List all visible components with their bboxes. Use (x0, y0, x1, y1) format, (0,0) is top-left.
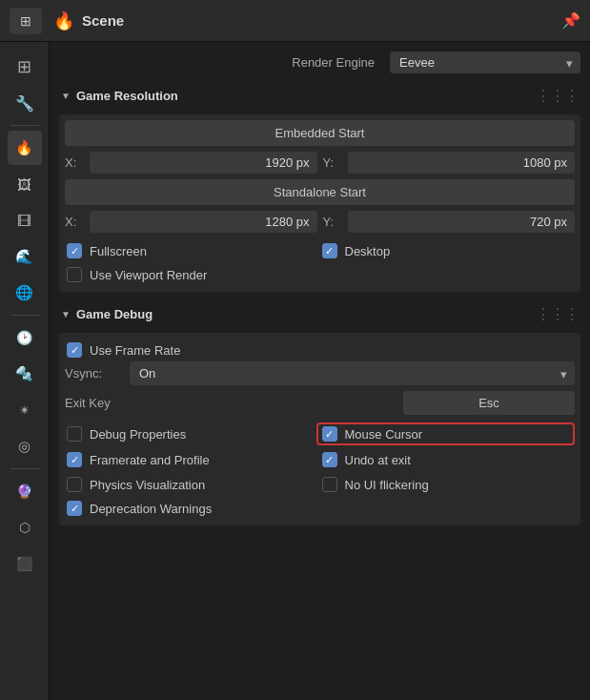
scene-icon: 🔥 (53, 10, 74, 31)
pin-icon[interactable]: 📌 (561, 11, 580, 30)
game-debug-title: Game Debug (76, 307, 530, 321)
game-resolution-content: Embedded Start X: Y: Standalone Start X:… (59, 114, 580, 292)
header-bar: ⊞ 🔥 Scene 📌 (0, 0, 590, 42)
embedded-res-row: X: Y: (65, 152, 575, 174)
physics-visualization-col: Physics Visualization (65, 474, 320, 495)
desktop-col: Desktop (320, 240, 576, 261)
mouse-cursor-checkbox[interactable] (322, 426, 337, 442)
embedded-y-label: Y: (323, 155, 342, 170)
header-title: Scene (82, 12, 554, 29)
sidebar-item-output[interactable]: 🎞 (8, 203, 42, 237)
physics-visualization-label: Physics Visualization (90, 478, 205, 492)
section-debug-options-icon[interactable]: ⋮⋮⋮ (536, 305, 579, 323)
deprecation-warnings-checkbox[interactable] (67, 501, 82, 516)
embedded-y-input[interactable] (348, 152, 576, 174)
deprecation-warnings-label: Deprecation Warnings (90, 502, 212, 516)
main-layout: ⊞ 🔧 🔥 🖼 🎞 🌊 🌐 🕑 🔩 ✴ ◎ 🔮 ⬡ ⬛ Render Engin… (0, 42, 590, 700)
embedded-start-button[interactable]: Embedded Start (65, 120, 575, 146)
sidebar-item-render[interactable]: 🖼 (8, 167, 42, 201)
standalone-x-input[interactable] (90, 211, 317, 233)
sidebar-item-scene[interactable]: 🔥 (8, 131, 42, 165)
sidebar-item-constraint[interactable]: 🔮 (8, 474, 42, 508)
no-ui-flickering-checkbox[interactable] (322, 477, 337, 492)
fullscreen-col: Fullscreen (65, 240, 320, 261)
undo-at-exit-checkbox[interactable] (322, 452, 337, 467)
vsync-label: Vsync: (65, 366, 122, 381)
render-engine-select[interactable]: Eevee Cycles Workbench (390, 51, 580, 73)
deprecation-warnings-row: Deprecation Warnings (65, 497, 575, 520)
vsync-row: Vsync: On Off Adaptive (65, 361, 575, 385)
debug-properties-label: Debug Properties (90, 427, 186, 442)
standalone-start-button[interactable]: Standalone Start (65, 179, 575, 205)
sidebar-item-editor-type[interactable]: ⊞ (8, 50, 42, 84)
section-options-icon[interactable]: ⋮⋮⋮ (536, 87, 579, 105)
game-resolution-title: Game Resolution (76, 89, 530, 103)
viewport-render-label: Use Viewport Render (90, 268, 207, 282)
sidebar-divider (10, 125, 39, 126)
use-frame-rate-checkbox[interactable] (67, 342, 82, 358)
standalone-y-label: Y: (323, 215, 342, 229)
sidebar-divider-2 (10, 315, 39, 316)
embedded-x-label: X: (65, 155, 84, 170)
viewport-render-checkbox[interactable] (67, 267, 82, 282)
no-ui-flickering-col: No UI flickering (320, 474, 576, 495)
use-frame-rate-label: Use Frame Rate (90, 343, 180, 358)
exit-key-button[interactable]: Esc (403, 391, 575, 415)
collapse-triangle-debug-icon: ▼ (61, 309, 71, 319)
standalone-res-row: X: Y: (65, 211, 575, 233)
render-engine-select-wrapper: Eevee Cycles Workbench (390, 51, 580, 73)
main-content: Render Engine Eevee Cycles Workbench ▼ G… (50, 42, 590, 700)
collapse-triangle-icon: ▼ (61, 91, 71, 101)
framerate-undo-row: Framerate and Profile Undo at exit (65, 447, 575, 472)
mouse-cursor-col: Mouse Cursor (316, 422, 576, 445)
mouse-cursor-label: Mouse Cursor (345, 427, 423, 442)
sidebar-item-material[interactable]: ⬡ (8, 510, 42, 545)
sidebar-item-modifier[interactable]: 🔩 (8, 357, 42, 391)
debug-mouse-row: Debug Properties Mouse Cursor (65, 421, 575, 447)
desktop-checkbox[interactable] (322, 243, 337, 258)
game-debug-header[interactable]: ▼ Game Debug ⋮⋮⋮ (59, 301, 580, 327)
vsync-select[interactable]: On Off Adaptive (130, 361, 575, 385)
sidebar-item-physics[interactable]: ◎ (8, 429, 42, 463)
sidebar-divider-3 (10, 468, 39, 469)
sidebar-item-view-layer[interactable]: 🌊 (8, 239, 42, 274)
sidebar-item-extra[interactable]: ⬛ (8, 546, 42, 581)
sidebar: ⊞ 🔧 🔥 🖼 🎞 🌊 🌐 🕑 🔩 ✴ ◎ 🔮 ⬡ ⬛ (0, 42, 50, 700)
use-frame-rate-row: Use Frame Rate (65, 339, 575, 361)
embedded-x-input[interactable] (90, 152, 317, 174)
sidebar-item-tools[interactable]: 🔧 (8, 86, 42, 120)
fullscreen-label: Fullscreen (90, 244, 147, 258)
render-engine-label: Render Engine (59, 55, 382, 70)
render-engine-row: Render Engine Eevee Cycles Workbench (59, 51, 580, 73)
debug-properties-col: Debug Properties (65, 423, 316, 444)
framerate-profile-label: Framerate and Profile (90, 453, 210, 467)
sidebar-item-object[interactable]: 🕑 (8, 320, 42, 355)
framerate-profile-col: Framerate and Profile (65, 449, 320, 470)
fullscreen-desktop-row: Fullscreen Desktop (65, 238, 575, 263)
physics-noui-row: Physics Visualization No UI flickering (65, 472, 575, 497)
exit-key-label: Exit Key (65, 396, 396, 410)
undo-at-exit-col: Undo at exit (320, 449, 576, 470)
editor-type-icon: ⊞ (20, 13, 31, 29)
vsync-select-wrapper: On Off Adaptive (130, 361, 575, 385)
viewport-render-row: Use Viewport Render (65, 263, 575, 286)
standalone-y-input[interactable] (348, 211, 576, 233)
fullscreen-checkbox[interactable] (67, 243, 82, 258)
debug-properties-checkbox[interactable] (67, 426, 82, 442)
editor-type-button[interactable]: ⊞ (10, 8, 42, 34)
desktop-label: Desktop (345, 244, 391, 258)
game-debug-content: Use Frame Rate Vsync: On Off Adaptive Ex… (59, 333, 580, 525)
framerate-profile-checkbox[interactable] (67, 452, 82, 467)
exit-key-row: Exit Key Esc (65, 391, 575, 415)
undo-at-exit-label: Undo at exit (345, 453, 411, 467)
game-resolution-header[interactable]: ▼ Game Resolution ⋮⋮⋮ (59, 83, 580, 109)
sidebar-item-world[interactable]: 🌐 (8, 276, 42, 310)
sidebar-item-particle[interactable]: ✴ (8, 393, 42, 427)
no-ui-flickering-label: No UI flickering (345, 478, 429, 492)
standalone-x-label: X: (65, 215, 84, 229)
physics-visualization-checkbox[interactable] (67, 477, 82, 492)
